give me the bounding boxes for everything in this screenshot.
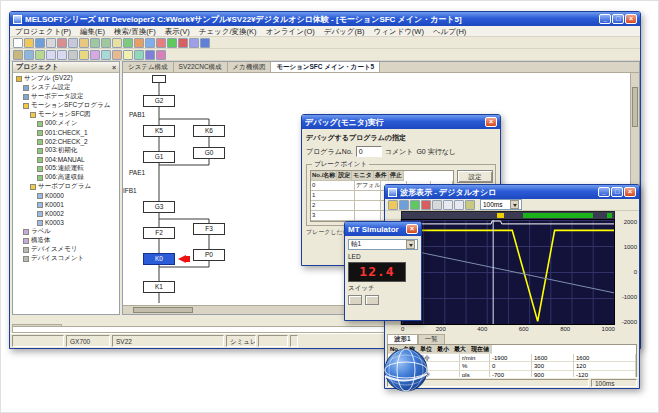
axis-select-combo[interactable]: 軸1: [348, 239, 418, 250]
tree-item[interactable]: 構造体: [13, 236, 119, 245]
toolbar-icon[interactable]: [200, 38, 210, 48]
sfc-node[interactable]: G3: [143, 201, 175, 213]
toolbar-icon[interactable]: [90, 50, 100, 60]
dialog-close-button[interactable]: ×: [485, 117, 497, 127]
scope-maximize-button[interactable]: □: [611, 187, 623, 197]
toolbar-icon[interactable]: [145, 50, 155, 60]
sfc-node[interactable]: G0: [193, 147, 225, 159]
sfc-node[interactable]: K6: [193, 125, 225, 137]
menu-item[interactable]: チェック/変換(K): [199, 27, 257, 35]
toolbar-icon[interactable]: [35, 50, 45, 60]
sfc-node[interactable]: F2: [143, 227, 175, 239]
simulator-titlebar[interactable]: MT Simulator ×: [345, 222, 421, 236]
toolbar-icon[interactable]: [13, 38, 23, 48]
switch-button[interactable]: [365, 295, 379, 305]
tree-item[interactable]: K0003: [13, 218, 119, 227]
toolbar-icon[interactable]: [79, 38, 89, 48]
tree-item[interactable]: 001:CHECK_1: [13, 128, 119, 137]
tree-item[interactable]: K0001: [13, 200, 119, 209]
toolbar-icon[interactable]: [178, 38, 188, 48]
toolbar-icon[interactable]: [68, 50, 78, 60]
toolbar-icon[interactable]: [112, 50, 122, 60]
editor-tab[interactable]: モーションSFC メイン・カート5: [271, 62, 380, 72]
scope-toolbar-icon[interactable]: [421, 200, 431, 210]
scope-close-button[interactable]: ×: [624, 187, 636, 197]
tree-item[interactable]: 003:初期化: [13, 146, 119, 155]
menu-item[interactable]: ウィンドウ(W): [373, 27, 423, 35]
close-button[interactable]: ×: [625, 14, 637, 24]
sfc-node[interactable]: PAE1: [129, 169, 155, 177]
sfc-node[interactable]: G1: [143, 151, 175, 163]
toolbar-icon[interactable]: [46, 38, 56, 48]
scope-toolbar-icon[interactable]: [399, 200, 409, 210]
bp-action-button[interactable]: 設定: [457, 170, 493, 183]
scope-toolbar-icon[interactable]: [454, 200, 464, 210]
simulator-close-button[interactable]: ×: [406, 224, 418, 234]
toolbar-icon[interactable]: [156, 38, 166, 48]
toolbar-icon[interactable]: [156, 50, 166, 60]
sfc-node[interactable]: IFB1: [123, 187, 149, 195]
menu-item[interactable]: デバッグ(B): [324, 27, 365, 35]
toolbar-icon[interactable]: [79, 50, 89, 60]
tree-item[interactable]: デバイスメモリ: [13, 245, 119, 254]
scope-tab[interactable]: 一覧: [418, 334, 445, 344]
tree-item[interactable]: 005:連続運転: [13, 164, 119, 173]
toolbar-icon[interactable]: [68, 38, 78, 48]
scope-toolbar-icon[interactable]: [465, 200, 475, 210]
scope-toolbar-icon[interactable]: [388, 200, 398, 210]
toolbar-icon[interactable]: [101, 50, 111, 60]
sfc-node[interactable]: P0: [193, 249, 225, 261]
tree-item[interactable]: システム設定: [13, 83, 119, 92]
toolbar-icon[interactable]: [189, 38, 199, 48]
toolbar-icon[interactable]: [35, 38, 45, 48]
tree-item[interactable]: ラベル: [13, 227, 119, 236]
scope-toolbar-icon[interactable]: [410, 200, 420, 210]
tree-item[interactable]: モーションSFC図: [13, 110, 119, 119]
toolbar-icon[interactable]: [24, 38, 34, 48]
tree-item[interactable]: 006:高速収録: [13, 173, 119, 182]
tree-item[interactable]: サーボプログラム: [13, 182, 119, 191]
tree-item[interactable]: K0002: [13, 209, 119, 218]
toolbar-icon[interactable]: [134, 38, 144, 48]
toolbar-icon[interactable]: [13, 50, 23, 60]
sfc-node[interactable]: G2: [143, 95, 175, 107]
toolbar-icon[interactable]: [57, 38, 67, 48]
editor-tab[interactable]: システム構成: [123, 62, 174, 72]
editor-tab[interactable]: メカ機構図: [228, 62, 272, 72]
toolbar-icon[interactable]: [123, 38, 133, 48]
sfc-node[interactable]: K1: [143, 281, 175, 293]
minimize-button[interactable]: _: [599, 14, 611, 24]
dialog-titlebar[interactable]: デバッグ(モニタ)実行 ×: [302, 115, 500, 129]
toolbar-icon[interactable]: [46, 50, 56, 60]
menu-item[interactable]: 編集(E): [80, 27, 105, 35]
toolbar-icon[interactable]: [101, 38, 111, 48]
menu-item[interactable]: 検索/置換(F): [114, 27, 156, 35]
toolbar-icon[interactable]: [123, 50, 133, 60]
timebase-combo[interactable]: 100ms: [480, 199, 522, 210]
maximize-button[interactable]: □: [612, 14, 624, 24]
editor-tab[interactable]: SV22CNC構成: [174, 62, 228, 72]
tree-item[interactable]: サーボデータ設定: [13, 92, 119, 101]
panel-close-icon[interactable]: ×: [112, 64, 116, 71]
toolbar-icon[interactable]: [112, 38, 122, 48]
toolbar-icon[interactable]: [167, 38, 177, 48]
tree-item[interactable]: サンプル (SV22): [13, 74, 119, 83]
tree-item[interactable]: モーションSFCプログラム: [13, 101, 119, 110]
scope-toolbar-icon[interactable]: [443, 200, 453, 210]
scope-titlebar[interactable]: 波形表示 - デジタルオシロ _ □ ×: [385, 185, 639, 199]
tree-item[interactable]: 000:メイン: [13, 119, 119, 128]
toolbar-icon[interactable]: [90, 38, 100, 48]
menu-item[interactable]: プロジェクト(P): [15, 27, 71, 35]
waveform-chart[interactable]: [401, 219, 615, 325]
tree-item[interactable]: 002:CHECK_2: [13, 137, 119, 146]
sfc-node[interactable]: K5: [143, 125, 175, 137]
toolbar-icon[interactable]: [134, 50, 144, 60]
toolbar-icon[interactable]: [57, 50, 67, 60]
main-titlebar[interactable]: MELSOFTシリーズ MT Developer2 C:¥Work¥サンプル¥S…: [10, 12, 640, 26]
program-no-field[interactable]: 0: [356, 146, 382, 157]
switch-button[interactable]: [348, 295, 362, 305]
menu-item[interactable]: ヘルプ(H): [433, 27, 466, 35]
scope-toolbar-icon[interactable]: [432, 200, 442, 210]
sfc-node[interactable]: PAB1: [129, 111, 155, 119]
sfc-node[interactable]: K0: [143, 253, 175, 265]
